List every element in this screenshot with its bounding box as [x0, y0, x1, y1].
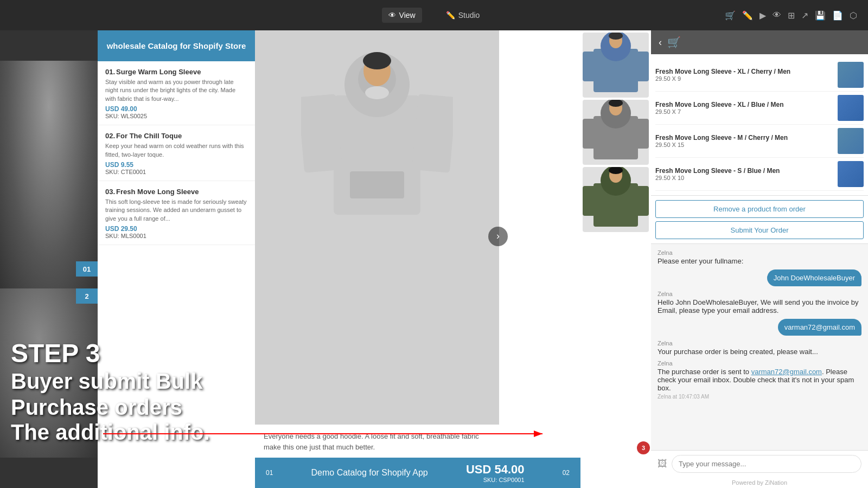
sku-value: CSP0001	[499, 477, 524, 483]
thumb-2-svg	[583, 100, 649, 165]
chat-msg-2: John DoeWholesaleBuyer	[658, 269, 861, 286]
order-item-name-2: Fresh Move Long Sleeve - XL / Blue / Men	[655, 101, 833, 108]
catalog-panel: wholesale Catalog for Shopify Store 01.S…	[98, 30, 255, 488]
chat-input[interactable]	[672, 455, 861, 473]
product-thumbnails	[580, 30, 651, 488]
chat-attach-icon[interactable]: 🖼	[658, 458, 667, 470]
powered-by-text: Powered by ZiNation	[732, 479, 787, 486]
svg-rect-5	[350, 171, 404, 198]
save-toolbar-icon[interactable]: 💾	[815, 10, 826, 21]
svg-rect-24	[634, 186, 649, 216]
order-item-name-4: Fresh Move Long Sleeve - S / Blue / Men	[655, 167, 833, 175]
order-item-info-3: Fresh Move Long Sleeve - M / Cherry / Me…	[655, 134, 833, 148]
product-price-area: USD 54.00 SKU: CSP0001	[466, 463, 525, 483]
studio-label: Studio	[458, 11, 480, 20]
chat-input-area: 🖼	[651, 450, 868, 477]
notification-count: 3	[642, 445, 645, 451]
export-toolbar-icon[interactable]: 📄	[832, 10, 843, 21]
chat-msg-3: Zelna Hello John DoeWholesaleBuyer, We w…	[658, 291, 861, 314]
catalog-item-3[interactable]: 03.Fresh Move Long Sleeve This soft long…	[98, 181, 255, 245]
order-item-info-1: Fresh Move Long Sleeve - XL / Cherry / M…	[655, 68, 833, 82]
sidebar-chat: ‹ 🛒 Fresh Move Long Sleeve - XL / Cherry…	[651, 30, 868, 488]
chat-timestamp: Zelna at 10:47:03 AM	[658, 394, 861, 400]
step-badge-1: 01	[76, 261, 98, 277]
remove-product-btn[interactable]: Remove a product from order	[655, 200, 864, 218]
svg-rect-11	[583, 52, 598, 81]
bottom-catalog-label: Demo Catalog for Shopify App	[311, 468, 428, 478]
chat-msg-1: Zelna Please enter your fullname:	[658, 249, 861, 265]
chat-msg-6: Zelna The purchase order is sent to varm…	[658, 360, 861, 400]
play-toolbar-icon[interactable]: ▶	[760, 10, 766, 21]
chat-answer-2: varman72@gmail.com	[778, 319, 861, 336]
product-main-image: 🛒	[255, 30, 499, 488]
thumb-3-svg	[583, 167, 649, 232]
toolbar-right: 🛒 ✏️ ▶ 👁 ⊞ ↗ 💾 📄 ⬡	[725, 10, 857, 21]
chat-msg-4: varman72@gmail.com	[658, 319, 861, 336]
catalog-bottom-title: Demo Catalog for Shopify App	[311, 468, 428, 477]
chat-question-1: Please enter your fullname:	[658, 257, 861, 265]
sku-label: SKU:	[483, 477, 497, 483]
order-item-3: Fresh Move Long Sleeve - M / Cherry / Me…	[655, 125, 864, 158]
box-toolbar-icon[interactable]: ⬡	[850, 10, 857, 21]
catalog-item-num-2: 02.For The Chill Toque	[105, 131, 247, 140]
view-icon: 👁	[388, 11, 396, 20]
page-num-label: 02	[563, 469, 570, 477]
catalog-item-price-1: USD 49.00	[105, 105, 247, 113]
toolbar: 👁 View ✏️ Studio 🛒 ✏️ ▶ 👁 ⊞ ↗ 💾 📄 ⬡	[0, 0, 868, 30]
thumbnail-3[interactable]	[583, 167, 649, 232]
order-item-qty-2: 29.50 X 7	[655, 108, 833, 115]
sidebar-actions: Remove a product from order Submit Your …	[651, 196, 868, 244]
view-label: View	[399, 11, 416, 20]
submit-order-btn[interactable]: Submit Your Order	[655, 221, 864, 239]
thumb-1-svg	[583, 33, 649, 98]
order-list: Fresh Move Long Sleeve - XL / Cherry / M…	[651, 54, 868, 196]
person-silhouette-1	[0, 61, 98, 288]
chat-answer-1: John DoeWholesaleBuyer	[767, 269, 861, 286]
svg-rect-18	[634, 119, 649, 149]
cart-toolbar-icon[interactable]: 🛒	[725, 10, 736, 21]
catalog-item-1[interactable]: 01.Surge Warm Long Sleeve Stay visible a…	[98, 61, 255, 125]
svg-rect-23	[583, 186, 598, 216]
product-description: Everyone needs a good hoodie. A loose fi…	[255, 425, 499, 459]
catalog-item-2[interactable]: 02.For The Chill Toque Keep your head wa…	[98, 125, 255, 181]
catalog-item-price-2: USD 9.55	[105, 161, 247, 169]
grid-toolbar-icon[interactable]: ⊞	[788, 10, 795, 21]
chat-email-link[interactable]: varman72@gmail.com	[751, 368, 822, 376]
view-btn[interactable]: 👁 View	[382, 8, 422, 23]
catalog-item-num-1: 01.Surge Warm Long Sleeve	[105, 67, 247, 76]
catalog-item-sku-2: SKU: CTE0001	[105, 169, 247, 175]
catalog-item-sku-1: SKU: WLS0025	[105, 113, 247, 119]
sidebar-header: ‹ 🛒	[651, 30, 868, 54]
order-item-name-3: Fresh Move Long Sleeve - M / Cherry / Me…	[655, 134, 833, 142]
chat-question-3: Your purchase order is being created, pl…	[658, 348, 861, 356]
pencil-toolbar-icon[interactable]: ✏️	[742, 10, 753, 21]
order-item-info-2: Fresh Move Long Sleeve - XL / Blue / Men…	[655, 101, 833, 115]
chat-email-answer: varman72@gmail.com	[784, 323, 855, 331]
svg-rect-3	[301, 94, 342, 173]
order-item-thumb-2	[838, 95, 864, 121]
svg-rect-17	[583, 119, 598, 149]
thumbnail-1[interactable]	[583, 33, 649, 98]
svg-point-8	[363, 52, 391, 69]
hoodie-svg	[301, 41, 453, 236]
catalog-header: wholesale Catalog for Shopify Store	[98, 30, 255, 61]
sidebar-back-btn[interactable]: ‹	[659, 37, 662, 48]
studio-btn[interactable]: ✏️ Studio	[439, 8, 487, 23]
share-toolbar-icon[interactable]: ↗	[801, 10, 808, 21]
order-item-2: Fresh Move Long Sleeve - XL / Blue / Men…	[655, 92, 864, 125]
catalog-item-sku-3: SKU: MLS0001	[105, 233, 247, 239]
order-item-thumb-4	[838, 161, 864, 187]
product-sku-line: SKU: CSP0001	[466, 477, 525, 483]
bottom-page-num-2: 02	[563, 469, 570, 477]
chat-sender-zelna-3: Zelna	[658, 340, 861, 346]
detail-panel: 🛒 › City Sweat Pullover Hoodie Everyone …	[255, 30, 651, 488]
thumbnail-2[interactable]	[583, 100, 649, 165]
svg-point-6	[365, 86, 389, 99]
eye-toolbar-icon[interactable]: 👁	[773, 10, 781, 20]
order-item-4: Fresh Move Long Sleeve - S / Blue / Men …	[655, 158, 864, 191]
order-item-thumb-1	[838, 62, 864, 88]
prev-page-label: 01	[266, 469, 273, 477]
chat-sender-zelna-4: Zelna	[658, 360, 861, 367]
next-image-btn[interactable]: ›	[488, 227, 508, 246]
person-silhouette-2	[0, 288, 98, 458]
